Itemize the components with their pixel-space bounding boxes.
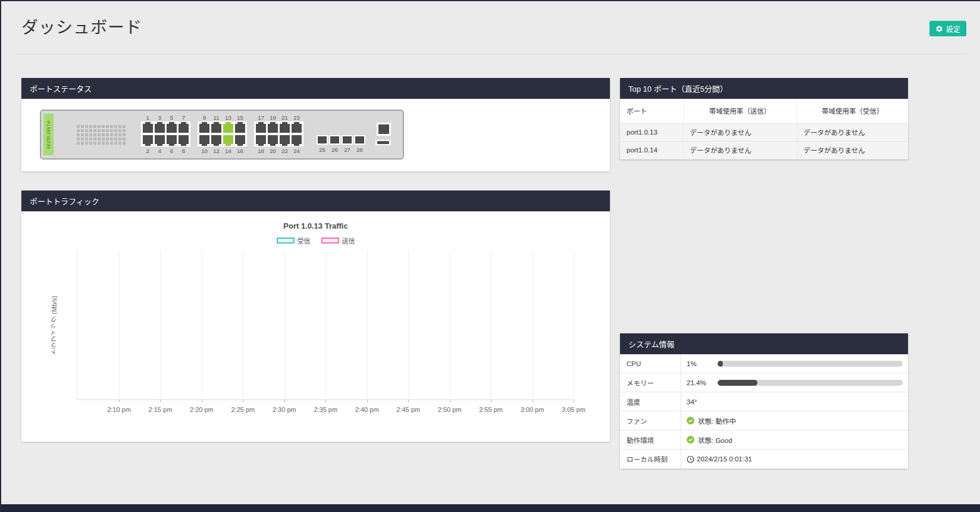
port-number-25: 25 bbox=[317, 146, 328, 153]
port-number-1: 1 bbox=[143, 114, 153, 121]
gridline bbox=[325, 251, 326, 399]
x-tick-label: 2:50 pm bbox=[429, 406, 471, 413]
temperature-value: 34° bbox=[687, 398, 697, 405]
port-25[interactable] bbox=[317, 135, 328, 145]
cpu-label: CPU bbox=[620, 354, 681, 373]
port-15[interactable] bbox=[235, 124, 245, 133]
port-number-18: 18 bbox=[256, 148, 266, 154]
gridline bbox=[160, 251, 161, 399]
port-23[interactable] bbox=[292, 124, 302, 133]
port-28[interactable] bbox=[354, 135, 365, 145]
gridline bbox=[408, 251, 409, 399]
system-row-environment: 動作環境 状態: Good bbox=[620, 430, 908, 449]
port-26[interactable] bbox=[329, 135, 340, 145]
top-ports-panel: Top 10 ポート（直近5分間） ポート 帯域使用率（送信） 帯域使用率（受信… bbox=[620, 78, 908, 160]
axis-tick bbox=[533, 399, 533, 402]
gridline bbox=[284, 251, 285, 399]
environment-label: 動作環境 bbox=[620, 430, 681, 449]
port-number-6: 6 bbox=[167, 148, 177, 154]
x-tick-label: 2:40 pm bbox=[346, 406, 388, 413]
legend-item-tx[interactable]: 送信 bbox=[321, 236, 355, 245]
port-number-21: 21 bbox=[280, 114, 290, 121]
port-2[interactable] bbox=[143, 135, 153, 144]
port-group-3: 1719212318202224 bbox=[254, 114, 303, 154]
port-9[interactable] bbox=[199, 124, 209, 133]
gear-icon bbox=[935, 25, 943, 33]
device-model-label: SE250-28XTm bbox=[43, 114, 54, 155]
axis-tick bbox=[367, 399, 368, 402]
axis-tick bbox=[325, 399, 326, 402]
x-tick-label: 2:45 pm bbox=[387, 406, 429, 413]
port-12[interactable] bbox=[211, 135, 221, 144]
system-row-fan: ファン 状態: 動作中 bbox=[620, 411, 908, 430]
axis-tick bbox=[160, 399, 161, 402]
port-3[interactable] bbox=[155, 124, 165, 133]
port-21[interactable] bbox=[280, 124, 290, 133]
table-row: port1.0.14 データがありません データがありません bbox=[620, 141, 908, 159]
axis-tick bbox=[450, 399, 450, 402]
gridline bbox=[119, 251, 120, 399]
port-number-9: 9 bbox=[199, 114, 209, 121]
system-row-temperature: 温度 34° bbox=[620, 392, 908, 411]
check-icon bbox=[687, 417, 694, 424]
port-10[interactable] bbox=[199, 135, 209, 144]
port-1[interactable] bbox=[143, 124, 153, 133]
port-4[interactable] bbox=[155, 135, 165, 144]
port-group-single: 25262728 bbox=[317, 135, 365, 153]
uplink-port[interactable] bbox=[377, 123, 391, 136]
port-number-26: 26 bbox=[329, 146, 340, 153]
switch-device: SE250-28XTm 1357246891113151012141617192… bbox=[40, 110, 404, 160]
port-7[interactable] bbox=[179, 124, 189, 133]
cpu-progress-bar bbox=[718, 361, 903, 367]
port-group-2: 911131510121416 bbox=[198, 114, 247, 154]
page-title: ダッシュボード bbox=[21, 14, 142, 38]
memory-value: 21.4% bbox=[687, 379, 714, 386]
port-number-19: 19 bbox=[268, 114, 278, 121]
port-16[interactable] bbox=[235, 135, 245, 144]
clock-icon bbox=[687, 455, 694, 463]
port-number-27: 27 bbox=[342, 146, 353, 153]
axis-tick bbox=[574, 399, 574, 402]
x-tick-label: 2:25 pm bbox=[222, 406, 264, 413]
port-8[interactable] bbox=[179, 135, 189, 144]
port-13[interactable] bbox=[223, 124, 233, 133]
chart-plot-area: 2:10 pm2:15 pm2:20 pm2:25 pm2:30 pm2:35 … bbox=[77, 251, 573, 400]
port-14[interactable] bbox=[223, 135, 233, 144]
settings-button[interactable]: 設定 bbox=[929, 21, 966, 36]
gridline bbox=[243, 251, 243, 399]
port-traffic-panel: ポートトラフィック Port 1.0.13 Traffic 受信 送信 トラフィ… bbox=[21, 191, 610, 442]
fan-status: 状態: 動作中 bbox=[698, 416, 736, 426]
port-20[interactable] bbox=[268, 135, 278, 144]
port-status-panel: ポートステータス SE250-28XTm 1357246891113151012… bbox=[21, 78, 610, 171]
cell-port: port1.0.14 bbox=[620, 141, 683, 159]
port-27[interactable] bbox=[342, 135, 353, 145]
environment-status: 状態: Good bbox=[698, 435, 732, 445]
port-22[interactable] bbox=[280, 135, 290, 144]
port-number-24: 24 bbox=[292, 148, 302, 154]
x-tick-label: 3:00 pm bbox=[512, 406, 553, 413]
port-number-5: 5 bbox=[167, 114, 177, 121]
system-info-panel: システム情報 CPU 1% メモリー 21.4% 温度 34° ファン 状態: … bbox=[620, 333, 908, 469]
port-5[interactable] bbox=[167, 124, 177, 133]
chart-title: Port 1.0.13 Traffic bbox=[21, 221, 610, 230]
port-number-17: 17 bbox=[256, 114, 266, 121]
port-number-15: 15 bbox=[235, 114, 245, 121]
header-divider bbox=[15, 54, 967, 54]
cell-rx: データがありません bbox=[797, 141, 908, 159]
port-18[interactable] bbox=[256, 135, 266, 144]
axis-tick bbox=[202, 399, 202, 402]
port-19[interactable] bbox=[268, 124, 278, 133]
table-row: port1.0.13 データがありません データがありません bbox=[620, 123, 908, 141]
port-17[interactable] bbox=[256, 124, 266, 133]
port-24[interactable] bbox=[292, 135, 302, 144]
memory-progress-fill bbox=[718, 380, 757, 386]
local-time-label: ローカル時刻 bbox=[620, 449, 681, 469]
x-tick-label: 2:30 pm bbox=[264, 406, 305, 413]
port-11[interactable] bbox=[211, 124, 221, 133]
x-tick-label: 2:10 pm bbox=[98, 406, 140, 413]
port-number-16: 16 bbox=[235, 148, 245, 154]
legend-item-rx[interactable]: 受信 bbox=[277, 236, 311, 245]
cell-port: port1.0.13 bbox=[620, 123, 683, 141]
port-6[interactable] bbox=[167, 135, 177, 144]
axis-tick bbox=[284, 399, 285, 402]
